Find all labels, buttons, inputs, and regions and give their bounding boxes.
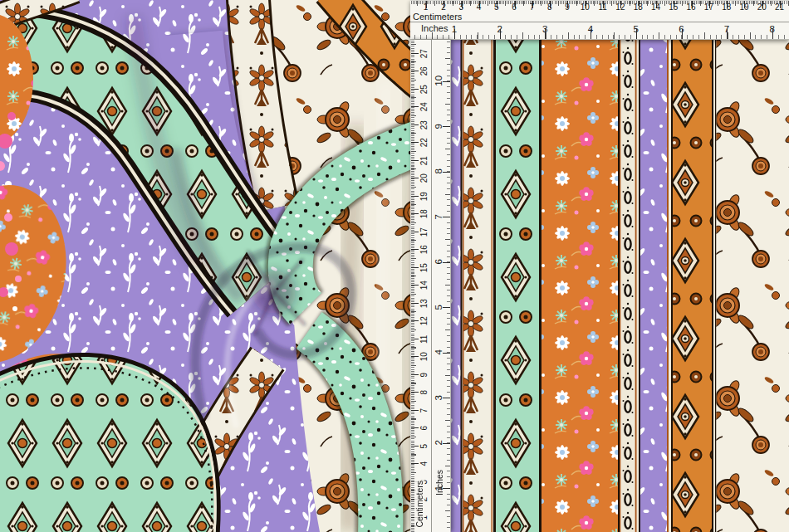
stripe-lavender-floral xyxy=(640,33,667,532)
horizontal-ruler: 123456789101112131415161718192021 Centim… xyxy=(410,0,789,40)
cm-number: 14 xyxy=(647,2,664,12)
stripe-cream-roses xyxy=(717,33,789,532)
cm-number: 16 xyxy=(682,2,699,12)
inch-number: 3 xyxy=(416,391,462,403)
scrunched-fabric-swirl xyxy=(0,0,478,532)
stripe-lavender-sliver xyxy=(451,33,461,532)
cm-number: 7 xyxy=(523,2,541,12)
cm-number: 20 xyxy=(753,2,771,12)
cm-number: 5 xyxy=(488,2,505,12)
cm-number: 8 xyxy=(541,2,558,12)
cm-number-column: 1234567891011121314151617181920212223242… xyxy=(418,44,430,526)
cm-number-row: 123456789101112131415161718192021 xyxy=(417,2,789,12)
cm-number: 11 xyxy=(594,2,611,12)
centimeters-label: Centimeters xyxy=(413,12,462,22)
fabric-photo-svg xyxy=(0,0,789,532)
cm-number: 3 xyxy=(453,2,470,12)
vertical-ruler: 1234567891011121314151617181920212223242… xyxy=(410,40,451,532)
inch-number: 7 xyxy=(416,210,462,222)
cm-number: 2 xyxy=(434,2,452,12)
cm-number: 12 xyxy=(611,2,629,12)
stripe-chain-border xyxy=(620,33,639,532)
stripe-cream-flower-stack xyxy=(463,33,493,532)
inch-tick-marks-vertical xyxy=(442,40,450,532)
stripe-mint-medallion xyxy=(496,33,539,532)
cm-number: 17 xyxy=(700,2,718,12)
inch-number: 6 xyxy=(416,256,462,268)
ruler-divider-line-vertical xyxy=(431,40,432,532)
inch-number: 5 xyxy=(416,300,462,313)
inch-number: 2 xyxy=(416,437,462,449)
stripe-orange-medallion xyxy=(673,33,712,532)
stripe-orange-ditsy-floral xyxy=(542,33,618,532)
ruler-divider-line xyxy=(410,22,789,22)
cm-number: 18 xyxy=(718,2,735,12)
cm-number: 21 xyxy=(771,2,788,12)
inch-number: 8 xyxy=(416,165,462,178)
cm-number: 1 xyxy=(417,2,434,12)
fabric-product-photo: 123456789101112131415161718192021 Centim… xyxy=(0,0,789,532)
cm-number: 9 xyxy=(558,2,576,12)
cm-number: 19 xyxy=(735,2,752,12)
cm-number: 13 xyxy=(630,2,647,12)
cm-number: 15 xyxy=(664,2,682,12)
inch-number: 4 xyxy=(416,346,462,359)
inch-tick-marks-horizontal xyxy=(410,29,789,39)
cm-number: 10 xyxy=(576,2,594,12)
flat-fabric-panel xyxy=(451,33,789,532)
cm-number: 6 xyxy=(505,2,522,12)
cm-number: 4 xyxy=(470,2,488,12)
inch-number: 10 xyxy=(416,75,462,87)
inch-number: 9 xyxy=(416,120,462,132)
inch-number: 1 xyxy=(416,481,462,494)
